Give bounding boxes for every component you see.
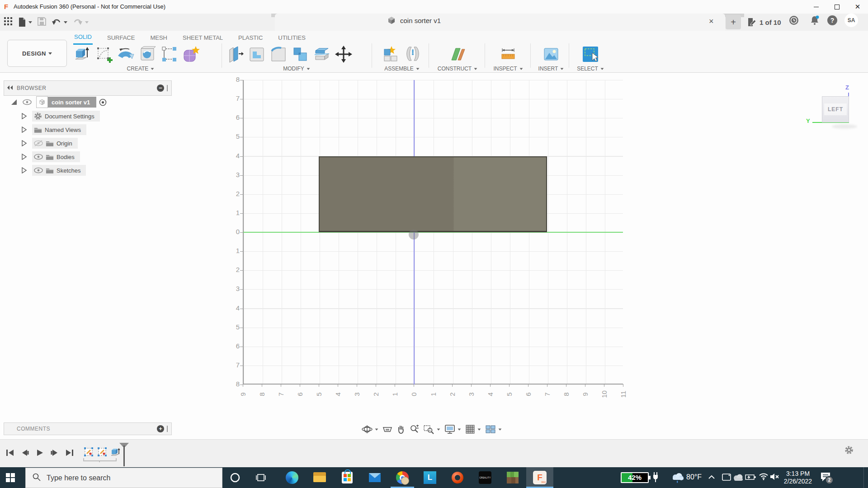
new-component-icon[interactable] [381,44,401,64]
battery-status-icon[interactable] [745,474,756,481]
tab-mesh[interactable]: MESH [149,33,168,44]
temperature-label[interactable]: 80°F [686,473,702,481]
job-status-icon[interactable] [788,15,799,28]
viewports-icon[interactable] [485,424,502,434]
search-input[interactable] [46,474,197,483]
taskbar-app-edge[interactable] [281,467,303,488]
tray-overflow-chevron-icon[interactable] [708,474,715,480]
browser-item-document-settings[interactable]: Document Settings [22,110,100,122]
look-at-icon[interactable] [382,425,392,434]
inspect-group-menu[interactable]: INSPECT [488,66,528,72]
workspace-selector[interactable]: DESIGN [7,40,67,67]
timeline-step-back-icon[interactable] [19,447,30,458]
select-icon[interactable] [580,44,600,64]
insert-group-menu[interactable]: INSERT [533,66,569,72]
tablet-mode-icon[interactable] [722,473,731,482]
document-tab-content[interactable]: coin sorter v1 [387,15,441,25]
orbit-icon[interactable] [362,424,378,434]
taskbar-app-minecraft[interactable] [502,467,524,488]
hole-icon[interactable] [137,44,157,64]
viewcube[interactable]: LEFT [822,96,849,122]
eye-hidden-icon[interactable] [34,140,43,146]
tab-sheet-metal[interactable]: SHEET METAL [182,33,224,44]
joint-icon[interactable] [403,44,423,64]
browser-root-row[interactable]: coin sorter v1 [11,96,107,108]
create-form-icon[interactable] [181,44,201,64]
chevron-closed-icon[interactable] [22,167,27,174]
activate-radio-icon[interactable] [99,99,107,106]
browser-item-bodies[interactable]: Bodies [22,151,80,163]
taskbar-app-mail[interactable] [364,467,386,488]
user-avatar[interactable]: SA [844,14,858,27]
timeline-sketch-feature-icon[interactable] [97,446,108,457]
comments-panel-header[interactable]: COMMENTS + [4,422,172,435]
timeline-step-forward-icon[interactable] [49,447,60,458]
tab-plastic[interactable]: PLASTIC [237,33,264,44]
sketch-geometry-icon[interactable] [159,44,179,64]
document-tab[interactable] [275,14,725,31]
taskbar-search[interactable] [25,468,222,488]
action-center-icon[interactable]: 2 [820,472,834,483]
press-pull-icon[interactable] [225,44,245,64]
comments-expand-icon[interactable]: + [157,425,164,432]
browser-resize-grip[interactable] [167,85,168,91]
grid-snap-icon[interactable] [465,424,481,434]
tab-utilities[interactable]: UTILITIES [277,33,307,44]
volume-muted-icon[interactable] [769,473,779,481]
weather-icon[interactable] [671,472,684,483]
assemble-group-menu[interactable]: ASSEMBLE [378,66,426,72]
undo-icon[interactable] [52,18,67,26]
extrude-icon[interactable] [72,44,92,64]
show-desktop-divider[interactable] [863,467,864,488]
shell-icon[interactable] [247,44,267,64]
display-settings-icon[interactable] [444,424,461,434]
taskbar-app-l[interactable]: L [419,467,441,488]
file-menu-icon[interactable] [18,17,32,27]
timeline-sketch-feature-icon[interactable] [83,446,94,457]
clock[interactable]: 3:13 PM 2/26/2022 [780,470,816,485]
battery-widget[interactable]: 42% [621,472,649,483]
tab-solid[interactable]: SOLID [73,32,93,45]
fillet-icon[interactable] [269,44,288,64]
new-tab-button[interactable]: + [726,15,741,29]
pan-icon[interactable] [396,425,406,434]
version-control[interactable]: 1 of 10 [747,15,781,29]
collapse-panel-icon[interactable] [7,84,13,92]
zoom-icon[interactable] [410,424,420,434]
onedrive-icon[interactable] [732,474,744,481]
zoom-window-icon[interactable] [424,424,440,434]
taskbar-app-office[interactable] [447,467,468,488]
origin-point[interactable] [409,230,419,239]
browser-root-label[interactable]: coin sorter v1 [48,97,96,108]
help-icon[interactable]: ? [827,15,837,25]
wifi-icon[interactable] [759,472,769,481]
taskbar-app-chrome[interactable] [392,467,413,488]
visibility-eye-icon[interactable] [34,167,43,174]
redo-icon[interactable] [73,18,89,26]
combine-icon[interactable] [290,44,310,64]
cortana-icon[interactable] [230,472,241,483]
timeline-settings-gear-icon[interactable] [844,446,854,456]
move-copy-icon[interactable] [334,44,354,64]
viewcube-face-label[interactable]: LEFT [824,103,847,115]
modify-group-menu[interactable]: MODIFY [225,66,368,72]
chevron-closed-icon[interactable] [22,127,27,133]
taskbar-app-fusion360[interactable]: F 360 [529,467,551,488]
insert-image-icon[interactable] [541,44,561,64]
split-body-icon[interactable] [312,44,332,64]
measure-icon[interactable] [498,44,518,64]
construct-group-menu[interactable]: CONSTRUCT [433,66,482,72]
solid-body[interactable] [319,156,547,232]
chevron-closed-icon[interactable] [22,154,27,160]
taskbar-app-creality[interactable]: CREALITY [474,467,496,488]
visibility-eye-icon[interactable] [23,99,32,105]
timeline-skip-start-icon[interactable] [5,447,15,458]
close-button[interactable]: ✕ [847,0,868,14]
timeline-playhead[interactable] [123,446,125,466]
visibility-eye-icon[interactable] [34,154,43,160]
save-icon[interactable] [38,17,46,28]
start-button[interactable] [5,473,15,483]
browser-item-origin[interactable]: Origin [22,137,78,149]
construct-plane-icon[interactable] [448,44,467,64]
taskbar-app-file-explorer[interactable] [309,467,330,488]
